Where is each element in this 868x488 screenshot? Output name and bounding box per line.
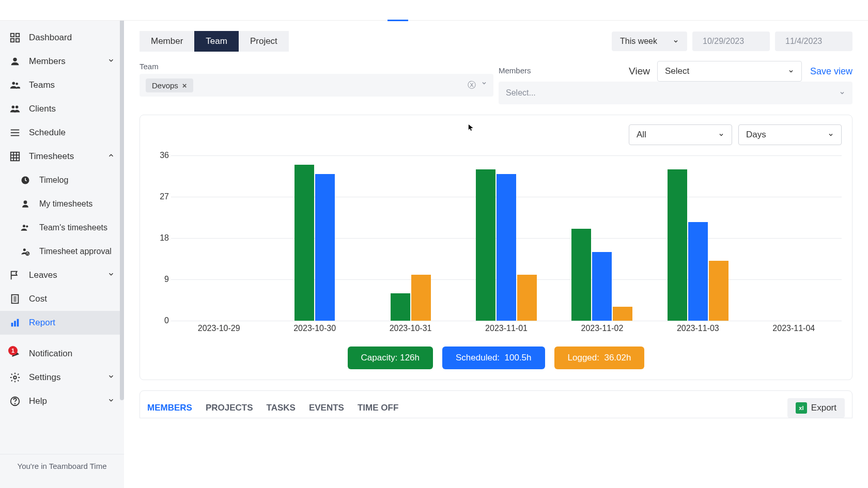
- export-button[interactable]: xlExport: [787, 398, 845, 418]
- nav-label: Teams: [29, 80, 55, 90]
- chevron-down-icon[interactable]: [481, 80, 487, 86]
- clients-icon: [9, 103, 21, 115]
- nav-cost[interactable]: Cost: [0, 287, 124, 311]
- bar-scheduled: [315, 174, 335, 321]
- save-view-link[interactable]: Save view: [810, 66, 853, 77]
- nav-dashboard[interactable]: Dashboard: [0, 26, 124, 50]
- nav-report[interactable]: Report: [0, 311, 124, 335]
- bar-capacity: [668, 169, 687, 321]
- nav-my-timesheets[interactable]: My timesheets: [0, 192, 124, 216]
- nav-members[interactable]: Members: [0, 50, 124, 73]
- tab-member[interactable]: Member: [140, 31, 194, 52]
- nav-label: Dashboard: [29, 33, 72, 43]
- view-label: View: [629, 66, 650, 77]
- sidebar-footer: You're in Teamboard Time: [0, 454, 124, 478]
- chevron-down-icon: [107, 56, 115, 67]
- date-start-field[interactable]: 10/29/2023: [692, 32, 770, 51]
- chart-card: All Days 09182736 2023-10-292023-10-3020…: [140, 115, 853, 380]
- help-icon: [9, 396, 21, 407]
- user-icon: [20, 198, 31, 210]
- svg-point-5: [12, 82, 16, 85]
- granularity-dropdown[interactable]: Days: [738, 124, 842, 145]
- document-icon: [9, 293, 21, 305]
- date-end-field[interactable]: 11/4/2023: [775, 32, 853, 51]
- nav-label: Leaves: [29, 270, 57, 280]
- nav-clients[interactable]: Clients: [0, 97, 124, 121]
- nav-timesheet-approval[interactable]: Timesheet approval: [0, 240, 124, 263]
- svg-point-7: [12, 106, 14, 109]
- grid-icon: [9, 151, 21, 162]
- nav-label: Timesheets: [29, 151, 74, 162]
- team-filter-label: Team: [140, 62, 493, 71]
- svg-point-4: [13, 58, 17, 61]
- subtab-projects[interactable]: PROJECTS: [206, 403, 253, 413]
- bar-logged: [517, 275, 537, 321]
- team-chip: Devops×: [146, 78, 193, 92]
- nav-label: Cost: [29, 294, 47, 304]
- bar-chart: 09182736 2023-10-292023-10-302023-10-312…: [171, 155, 842, 336]
- svg-rect-0: [11, 34, 14, 37]
- chevron-up-icon: [107, 151, 115, 162]
- nav-teams[interactable]: Teams: [0, 73, 124, 97]
- svg-point-21: [23, 248, 26, 251]
- series-filter-dropdown[interactable]: All: [629, 124, 732, 145]
- svg-rect-28: [14, 321, 16, 326]
- chart-icon: [9, 317, 21, 328]
- chip-remove-icon[interactable]: ×: [182, 81, 187, 90]
- clear-icon[interactable]: ⓧ: [468, 80, 476, 91]
- nav-notification[interactable]: 1Notification: [0, 342, 124, 366]
- subtab-events[interactable]: EVENTS: [309, 403, 344, 413]
- view-dropdown[interactable]: Select: [657, 61, 802, 82]
- nav-timesheets[interactable]: Timesheets: [0, 145, 124, 168]
- nav-label: Team's timesheets: [39, 223, 107, 232]
- svg-rect-12: [11, 152, 20, 161]
- members-placeholder: Select...: [506, 88, 536, 98]
- bar-scheduled: [497, 174, 516, 321]
- nav-label: Members: [29, 56, 66, 67]
- legend-capacity: Capacity: 126h: [348, 347, 433, 369]
- users-icon: [9, 80, 21, 91]
- nav-team-timesheets[interactable]: Team's timesheets: [0, 216, 124, 240]
- nav-schedule[interactable]: Schedule: [0, 121, 124, 145]
- bar-capacity: [476, 169, 495, 321]
- series-filter-value: All: [637, 130, 646, 140]
- tab-project[interactable]: Project: [239, 31, 289, 52]
- members-filter-input[interactable]: Select...: [499, 82, 853, 104]
- schedule-icon: [9, 127, 21, 138]
- svg-point-20: [26, 225, 28, 227]
- nav-leaves[interactable]: Leaves: [0, 263, 124, 287]
- bar-logged: [709, 261, 729, 321]
- flag-icon: [9, 270, 21, 281]
- main-content: Member Team Project This week 10/29/2023…: [124, 0, 868, 488]
- date-preset-dropdown[interactable]: This week: [612, 32, 687, 51]
- tab-team[interactable]: Team: [194, 31, 239, 52]
- topbar: [0, 0, 868, 21]
- chevron-down-icon: [107, 396, 115, 406]
- nav-help[interactable]: Help: [0, 389, 124, 413]
- user-icon: [9, 56, 21, 67]
- chevron-down-icon: [788, 68, 794, 74]
- bar-capacity: [295, 165, 314, 321]
- team-filter-input[interactable]: Devops× ⓧ: [140, 74, 493, 97]
- users-icon: [20, 222, 31, 233]
- nav-label: Help: [29, 396, 47, 406]
- subtab-tasks[interactable]: TASKS: [267, 403, 296, 413]
- nav-label: Report: [29, 318, 55, 328]
- svg-point-6: [16, 83, 18, 85]
- svg-point-18: [24, 200, 27, 204]
- chevron-down-icon: [107, 270, 115, 280]
- subtab-timeoff[interactable]: TIME OFF: [358, 403, 398, 413]
- legend-logged: Logged: 36.02h: [554, 347, 645, 369]
- nav-label: Settings: [29, 372, 60, 383]
- subtab-members[interactable]: MEMBERS: [147, 403, 192, 413]
- nav-timelog[interactable]: Timelog: [0, 168, 124, 192]
- bar-capacity: [391, 293, 410, 321]
- members-filter-label: Members: [499, 66, 623, 75]
- nav-label: My timesheets: [39, 199, 92, 209]
- svg-point-8: [16, 106, 18, 109]
- nav-settings[interactable]: Settings: [0, 366, 124, 389]
- export-label: Export: [811, 403, 836, 413]
- nav-label: Clients: [29, 104, 56, 114]
- sidebar: Dashboard Members Teams Clients Schedule…: [0, 0, 124, 488]
- svg-rect-27: [11, 323, 13, 326]
